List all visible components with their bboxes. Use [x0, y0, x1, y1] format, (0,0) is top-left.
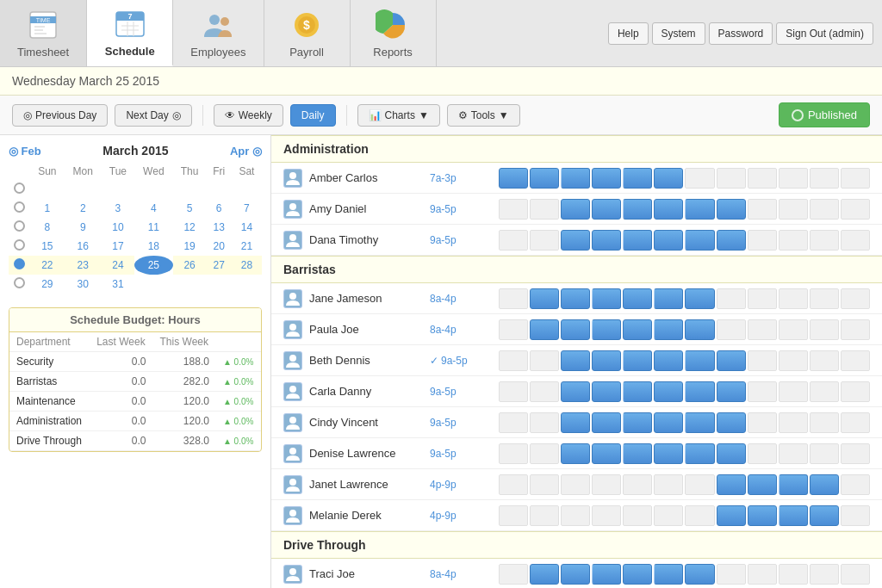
time-cell[interactable]: [530, 443, 559, 464]
cal-prev-month[interactable]: ◎ Feb: [9, 145, 41, 158]
cal-day-28[interactable]: 28: [232, 256, 262, 275]
time-cell[interactable]: [654, 564, 683, 585]
time-cell[interactable]: [810, 443, 839, 464]
employee-row[interactable]: Amber Carlos7a-3p: [271, 163, 882, 194]
employee-row[interactable]: Traci Joe8a-4p: [271, 559, 882, 588]
time-cell[interactable]: [685, 230, 714, 251]
time-cell[interactable]: [748, 288, 777, 309]
cal-day-1[interactable]: 1: [30, 199, 65, 218]
time-cell[interactable]: [841, 381, 870, 402]
cal-day-15[interactable]: 15: [30, 237, 65, 256]
time-cell[interactable]: [841, 350, 870, 371]
time-cell[interactable]: [717, 381, 746, 402]
time-cell[interactable]: [748, 505, 777, 526]
time-cell[interactable]: [654, 381, 683, 402]
time-cell[interactable]: [841, 288, 870, 309]
help-button[interactable]: Help: [608, 22, 649, 45]
time-cell[interactable]: [717, 288, 746, 309]
time-cell[interactable]: [623, 381, 652, 402]
time-cell[interactable]: [810, 505, 839, 526]
cal-day[interactable]: [207, 180, 232, 199]
time-cell[interactable]: [499, 564, 528, 585]
time-cell[interactable]: [841, 505, 870, 526]
cal-radio-empty[interactable]: [9, 199, 30, 218]
time-cell[interactable]: [779, 412, 808, 433]
time-cell[interactable]: [779, 564, 808, 585]
time-cell[interactable]: [592, 443, 621, 464]
cal-day-31[interactable]: 31: [102, 275, 134, 294]
cal-day-empty[interactable]: [173, 275, 207, 294]
time-cell[interactable]: [623, 199, 652, 220]
time-cell[interactable]: [810, 412, 839, 433]
time-cell[interactable]: [779, 443, 808, 464]
cal-day-8[interactable]: 8: [30, 218, 65, 237]
signout-button[interactable]: Sign Out (admin): [776, 22, 873, 45]
password-button[interactable]: Password: [709, 22, 773, 45]
tools-button[interactable]: ⚙ Tools ▼: [447, 104, 520, 127]
time-cell[interactable]: [592, 564, 621, 585]
cal-day-14[interactable]: 14: [232, 218, 262, 237]
time-cell[interactable]: [654, 443, 683, 464]
time-cell[interactable]: [810, 199, 839, 220]
time-cell[interactable]: [623, 412, 652, 433]
cal-day-19[interactable]: 19: [173, 237, 207, 256]
time-cell[interactable]: [530, 319, 559, 340]
time-cell[interactable]: [561, 443, 590, 464]
cal-day-16[interactable]: 16: [65, 237, 102, 256]
time-cell[interactable]: [779, 230, 808, 251]
cal-day[interactable]: [102, 180, 134, 199]
cal-day-6[interactable]: 6: [207, 199, 232, 218]
cal-day-13[interactable]: 13: [207, 218, 232, 237]
time-cell[interactable]: [654, 412, 683, 433]
time-cell[interactable]: [499, 230, 528, 251]
time-cell[interactable]: [592, 350, 621, 371]
time-cell[interactable]: [654, 288, 683, 309]
tab-payroll[interactable]: $ Payroll: [264, 0, 351, 66]
time-cell[interactable]: [748, 381, 777, 402]
employee-row[interactable]: Jane Jameson8a-4p: [271, 283, 882, 314]
time-cell[interactable]: [499, 505, 528, 526]
time-cell[interactable]: [654, 505, 683, 526]
time-cell[interactable]: [499, 168, 528, 189]
time-cell[interactable]: [592, 505, 621, 526]
time-cell[interactable]: [654, 168, 683, 189]
time-cell[interactable]: [685, 564, 714, 585]
employee-row[interactable]: Cindy Vincent9a-5p: [271, 407, 882, 438]
employee-row[interactable]: Dana Timothy9a-5p: [271, 225, 882, 256]
time-cell[interactable]: [810, 168, 839, 189]
time-cell[interactable]: [592, 288, 621, 309]
tab-reports[interactable]: Reports: [351, 0, 437, 66]
cal-day-empty[interactable]: [134, 275, 173, 294]
employee-row[interactable]: Denise Lawrence9a-5p: [271, 438, 882, 469]
time-cell[interactable]: [561, 319, 590, 340]
tab-schedule[interactable]: 7 Schedule: [87, 0, 173, 66]
cal-day-empty[interactable]: [232, 275, 262, 294]
time-cell[interactable]: [592, 199, 621, 220]
time-cell[interactable]: [748, 168, 777, 189]
cal-radio-empty[interactable]: [9, 237, 30, 256]
time-cell[interactable]: [561, 381, 590, 402]
time-cell[interactable]: [530, 474, 559, 495]
time-cell[interactable]: [841, 412, 870, 433]
time-cell[interactable]: [654, 319, 683, 340]
cal-day-26[interactable]: 26: [173, 256, 207, 275]
time-cell[interactable]: [592, 412, 621, 433]
time-cell[interactable]: [748, 319, 777, 340]
time-cell[interactable]: [623, 168, 652, 189]
time-cell[interactable]: [592, 168, 621, 189]
time-cell[interactable]: [717, 350, 746, 371]
cal-day-24[interactable]: 24: [102, 256, 134, 275]
time-cell[interactable]: [748, 474, 777, 495]
cal-day-3[interactable]: 3: [102, 199, 134, 218]
time-cell[interactable]: [530, 168, 559, 189]
weekly-button[interactable]: 👁 Weekly: [214, 104, 283, 127]
time-cell[interactable]: [841, 443, 870, 464]
time-cell[interactable]: [654, 199, 683, 220]
time-cell[interactable]: [748, 443, 777, 464]
cal-day-25[interactable]: 25: [134, 256, 173, 275]
time-cell[interactable]: [499, 474, 528, 495]
time-cell[interactable]: [685, 288, 714, 309]
time-cell[interactable]: [561, 288, 590, 309]
time-cell[interactable]: [685, 505, 714, 526]
time-cell[interactable]: [810, 350, 839, 371]
